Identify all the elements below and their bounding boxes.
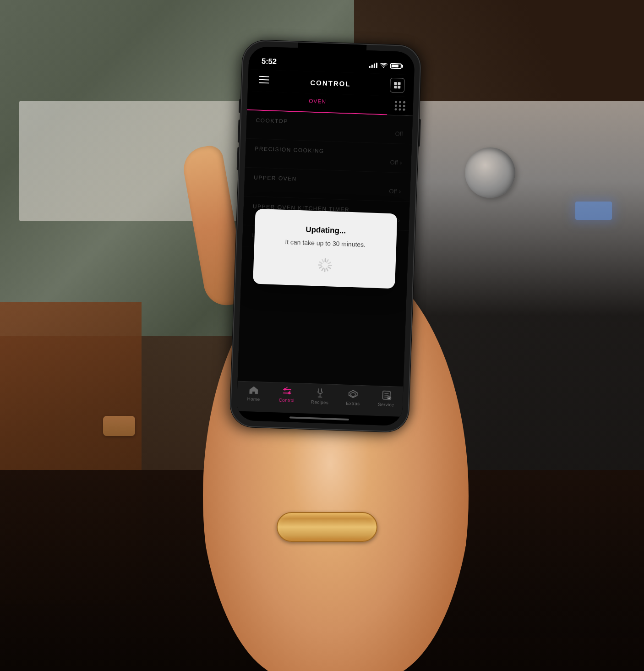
app-title: CONTROL bbox=[310, 78, 351, 87]
hamburger-icon bbox=[259, 76, 269, 83]
phone-notch bbox=[297, 42, 366, 58]
battery-tip bbox=[402, 65, 403, 67]
wifi-icon bbox=[380, 62, 387, 68]
nav-label-service: Service bbox=[378, 402, 394, 407]
control-list: COOKTOP Off PRECISION COOKING Off › bbox=[238, 110, 413, 386]
nav-label-control: Control bbox=[278, 397, 295, 403]
nav-item-control[interactable]: Control bbox=[273, 386, 301, 404]
screen-content: 5:52 bbox=[236, 46, 415, 426]
svg-marker-30 bbox=[351, 392, 355, 397]
nav-label-extras: Extras bbox=[346, 400, 360, 406]
svg-rect-1 bbox=[259, 79, 269, 80]
signal-bar-3 bbox=[374, 63, 375, 68]
modal-subtitle: It can take up to 30 minutes. bbox=[265, 237, 385, 248]
loading-spinner bbox=[317, 257, 332, 271]
menu-button[interactable] bbox=[257, 74, 271, 87]
svg-line-18 bbox=[322, 259, 323, 262]
phone-body: 5:52 bbox=[229, 39, 421, 432]
add-device-icon bbox=[393, 81, 402, 89]
svg-line-9 bbox=[328, 262, 331, 263]
phone-screen: 5:52 bbox=[236, 46, 415, 426]
hand-phone-container: 5:52 bbox=[162, 20, 482, 652]
modal-overlay: Updating... It can take up to 30 minutes… bbox=[238, 110, 413, 386]
battery-fill bbox=[392, 64, 398, 67]
control-icon bbox=[281, 386, 293, 396]
svg-rect-0 bbox=[259, 76, 269, 77]
recipes-icon bbox=[315, 387, 325, 398]
extras-icon bbox=[348, 388, 359, 399]
signal-bar-2 bbox=[371, 65, 373, 68]
svg-line-12 bbox=[327, 268, 328, 270]
svg-text:✓: ✓ bbox=[388, 396, 391, 400]
updating-modal: Updating... It can take up to 30 minutes… bbox=[253, 208, 398, 289]
signal-icon bbox=[369, 62, 377, 68]
grid-icon bbox=[394, 101, 406, 111]
nav-item-extras[interactable]: Extras bbox=[339, 388, 367, 406]
svg-point-24 bbox=[288, 392, 290, 394]
tab-grid[interactable] bbox=[387, 96, 413, 115]
spinner-svg bbox=[317, 257, 333, 272]
bottom-nav: Home Control bbox=[236, 381, 403, 417]
svg-rect-3 bbox=[394, 82, 397, 85]
battery-icon bbox=[390, 63, 402, 69]
nav-item-recipes[interactable]: Recipes bbox=[306, 387, 334, 405]
signal-bar-1 bbox=[369, 66, 371, 68]
bracelet bbox=[277, 512, 377, 542]
svg-line-14 bbox=[322, 268, 323, 270]
svg-rect-6 bbox=[398, 86, 400, 88]
svg-rect-4 bbox=[398, 82, 400, 85]
svg-rect-5 bbox=[394, 86, 397, 88]
status-icons bbox=[369, 62, 402, 69]
nav-item-service[interactable]: ✓ Service bbox=[372, 389, 400, 407]
phone[interactable]: 5:52 bbox=[229, 39, 421, 432]
svg-line-17 bbox=[320, 262, 322, 263]
bg-cabinet-handle bbox=[103, 416, 135, 436]
nav-label-recipes: Recipes bbox=[311, 399, 329, 405]
svg-line-11 bbox=[328, 267, 330, 268]
home-bar bbox=[289, 416, 349, 420]
bg-oven-light bbox=[575, 202, 612, 220]
nav-item-home[interactable]: Home bbox=[240, 385, 267, 403]
home-icon bbox=[249, 385, 259, 395]
svg-rect-2 bbox=[259, 82, 269, 83]
signal-bar-4 bbox=[376, 62, 377, 68]
svg-line-8 bbox=[327, 259, 328, 262]
status-time: 5:52 bbox=[262, 56, 277, 66]
service-icon: ✓ bbox=[381, 390, 392, 400]
svg-line-15 bbox=[319, 266, 322, 267]
modal-title: Updating... bbox=[266, 223, 386, 236]
add-device-button[interactable] bbox=[390, 77, 405, 93]
nav-label-home: Home bbox=[247, 396, 260, 402]
